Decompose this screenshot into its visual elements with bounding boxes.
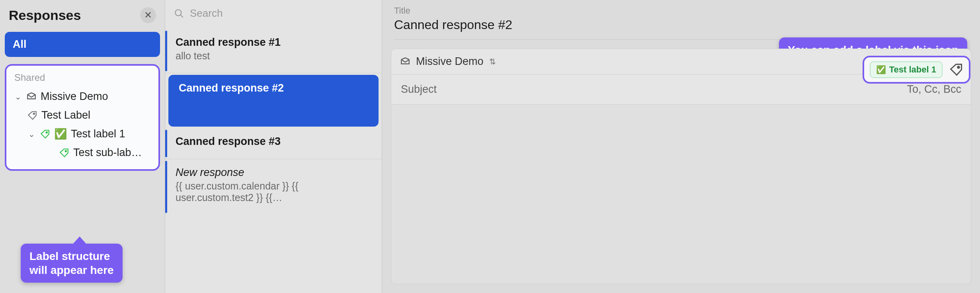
tree-org-row[interactable]: ⌄ Missive Demo <box>11 87 154 106</box>
svg-point-0 <box>33 113 35 114</box>
svg-point-2 <box>65 150 66 152</box>
response-item-title: Canned response #3 <box>176 135 373 148</box>
org-selector[interactable]: Missive Demo ⇅ <box>400 55 496 68</box>
search-bar <box>165 0 382 27</box>
label-chip-text: Test label 1 <box>889 64 936 75</box>
tree-label-row[interactable]: Test Label <box>11 106 154 125</box>
svg-point-1 <box>46 132 47 133</box>
responses-list: Canned response #1 allo test Canned resp… <box>165 27 382 215</box>
response-item-sub: {{ user.custom.calendar }} {{ user.custo… <box>176 180 373 203</box>
response-item[interactable]: New response {{ user.custom.calendar }} … <box>165 159 382 215</box>
response-item-title: New response <box>176 166 373 179</box>
responses-list-column: Canned response #1 allo test Canned resp… <box>165 0 382 293</box>
check-icon: ✅ <box>876 65 886 74</box>
missive-icon <box>26 92 37 102</box>
chevron-down-icon: ⌄ <box>27 129 36 139</box>
tag-icon <box>59 148 69 158</box>
tag-icon <box>949 63 963 77</box>
tree-label-text: Test label 1 <box>71 128 125 140</box>
add-label-button[interactable] <box>949 63 963 77</box>
tree-org-label: Missive Demo <box>41 90 108 103</box>
detail-header: Title Canned response #2 <box>382 0 980 40</box>
search-input[interactable] <box>190 7 373 20</box>
sidebar-header: Responses ✕ <box>0 0 165 27</box>
updown-icon: ⇅ <box>489 57 496 66</box>
tag-icon <box>27 110 37 121</box>
tree-label-text: Test sub-lab… <box>73 146 142 159</box>
response-item[interactable]: Canned response #3 <box>165 128 382 159</box>
sidebar: Responses ✕ All Shared ⌄ Missive Demo Te… <box>0 0 165 293</box>
svg-line-4 <box>180 15 183 18</box>
body-editor[interactable] <box>391 105 971 284</box>
org-name: Missive Demo <box>416 55 484 68</box>
callout-label-structure: Label structure will appear here <box>21 244 123 283</box>
tag-icon <box>40 129 50 139</box>
search-icon <box>174 8 184 19</box>
tree-label-row[interactable]: ⌄ ✅ Test label 1 <box>11 125 154 143</box>
label-chip[interactable]: ✅ Test label 1 <box>870 61 943 78</box>
recipients-toggle[interactable]: To, Cc, Bcc <box>907 83 961 96</box>
response-item-title: Canned response #2 <box>179 82 370 94</box>
title-field-label: Title <box>394 6 968 16</box>
response-item[interactable]: Canned response #1 allo test <box>165 29 382 73</box>
title-field-value[interactable]: Canned response #2 <box>394 18 968 40</box>
shared-labels-box: Shared ⌄ Missive Demo Test Label ⌄ <box>5 64 160 171</box>
missive-icon <box>400 57 410 67</box>
chevron-down-icon: ⌄ <box>14 92 22 102</box>
close-icon: ✕ <box>144 10 152 21</box>
response-detail: Title Canned response #2 You can add a l… <box>382 0 980 293</box>
tree-label-row[interactable]: Test sub-lab… <box>11 143 154 162</box>
subject-input[interactable]: Subject <box>401 83 437 96</box>
close-button[interactable]: ✕ <box>140 7 156 23</box>
sidebar-title: Responses <box>9 8 81 23</box>
tree-label-text: Test Label <box>41 109 90 121</box>
check-icon: ✅ <box>54 128 67 140</box>
svg-point-3 <box>175 10 181 16</box>
response-item-title: Canned response #1 <box>176 36 373 49</box>
filter-all-button[interactable]: All <box>5 32 160 57</box>
response-item-sub: allo test <box>176 50 373 62</box>
shared-heading: Shared <box>11 71 154 87</box>
response-item[interactable]: Canned response #2 <box>168 75 379 127</box>
label-highlight: ✅ Test label 1 <box>863 56 970 84</box>
svg-point-5 <box>958 66 960 68</box>
